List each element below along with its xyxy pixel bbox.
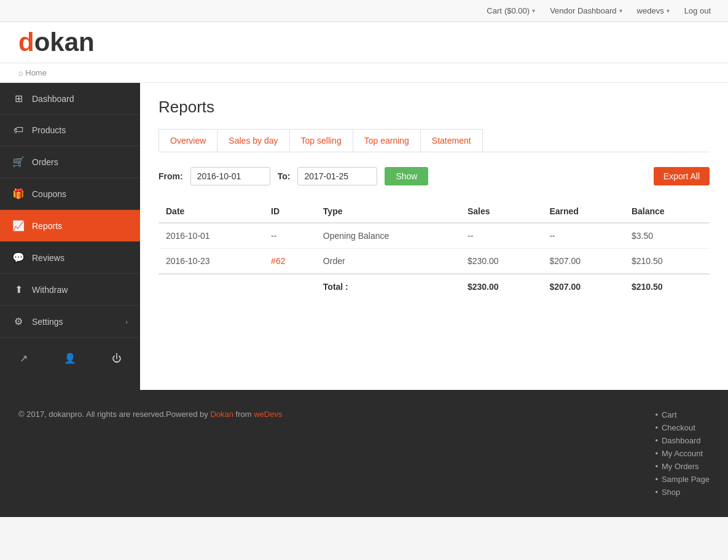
- total-earned: $207.00: [542, 274, 624, 299]
- row2-id: #62: [264, 249, 316, 274]
- col-earned: Earned: [542, 200, 624, 223]
- total-label: Total :: [316, 274, 460, 299]
- products-icon: 🏷: [12, 125, 25, 136]
- tab-overview[interactable]: Overview: [159, 129, 217, 152]
- tab-sales-by-day[interactable]: Sales by day: [217, 129, 289, 152]
- footer-nav-sample-page: Sample Page: [655, 473, 710, 486]
- withdraw-icon: ⬆: [12, 284, 25, 295]
- logo: dokan: [18, 29, 95, 55]
- breadcrumb-home[interactable]: Home: [25, 68, 47, 77]
- to-label: To:: [278, 171, 291, 181]
- vendor-dashboard-label: Vendor Dashboard: [550, 6, 616, 15]
- user-icon: 👤: [64, 352, 76, 364]
- tab-statement[interactable]: Statement: [420, 129, 483, 152]
- user-dropdown[interactable]: wedevs ▾: [632, 4, 675, 18]
- to-date-input[interactable]: [297, 167, 377, 185]
- tabs: Overview Sales by day Top selling Top ea…: [159, 129, 710, 152]
- sidebar-label-products: Products: [32, 125, 128, 135]
- sidebar-label-settings: Settings: [32, 317, 118, 327]
- row1-sales: --: [460, 223, 542, 249]
- home-icon: ⌂: [18, 69, 23, 77]
- total-empty-id: [264, 274, 316, 299]
- wedevs-link[interactable]: weDevs: [254, 410, 282, 419]
- cart-amount: ($0.00): [504, 6, 530, 15]
- header: dokan: [0, 22, 728, 63]
- footer-nav-shop: Shop: [655, 486, 710, 499]
- total-sales: $230.00: [460, 274, 542, 299]
- footer-sample-page-link[interactable]: Sample Page: [662, 475, 710, 484]
- footer-shop-link[interactable]: Shop: [662, 488, 680, 497]
- sidebar-item-withdraw[interactable]: ⬆ Withdraw: [0, 274, 140, 306]
- footer-nav-my-orders: My Orders: [655, 460, 710, 473]
- user-label: wedevs: [637, 6, 664, 15]
- sidebar-item-orders[interactable]: 🛒 Orders: [0, 146, 140, 178]
- footer-nav-cart: Cart: [655, 408, 710, 421]
- show-button[interactable]: Show: [385, 167, 428, 185]
- row2-date: 2016-10-23: [159, 249, 264, 274]
- table-row: 2016-10-23 #62 Order $230.00 $207.00 $21…: [159, 249, 710, 274]
- footer-my-account-link[interactable]: My Account: [662, 449, 703, 458]
- vendor-dashboard-dropdown[interactable]: Vendor Dashboard ▾: [545, 4, 627, 18]
- footer-nav-dashboard: Dashboard: [655, 434, 710, 447]
- col-balance: Balance: [624, 200, 710, 223]
- sidebar: ⊞ Dashboard 🏷 Products 🛒 Orders 🎁 Coupon…: [0, 83, 140, 390]
- from-label: From:: [159, 171, 183, 181]
- footer-dashboard-link[interactable]: Dashboard: [662, 436, 701, 445]
- row2-earned: $207.00: [542, 249, 624, 274]
- sidebar-label-orders: Orders: [32, 157, 128, 167]
- coupons-icon: 🎁: [12, 188, 25, 200]
- sidebar-item-reports[interactable]: 📈 Reports: [0, 210, 140, 242]
- total-row: Total : $230.00 $207.00 $210.50: [159, 274, 710, 299]
- report-table: Date ID Type Sales Earned Balance 2016-1…: [159, 200, 710, 299]
- sidebar-label-reports: Reports: [32, 221, 128, 231]
- sidebar-item-reviews[interactable]: 💬 Reviews: [0, 242, 140, 274]
- export-all-button[interactable]: Export All: [654, 167, 710, 185]
- from-text: from: [233, 410, 254, 419]
- row2-type: Order: [316, 249, 460, 274]
- tab-top-earning[interactable]: Top earning: [353, 129, 421, 152]
- external-link-button[interactable]: ↗: [0, 343, 47, 374]
- footer-cart-link[interactable]: Cart: [662, 410, 677, 419]
- dashboard-icon: ⊞: [12, 93, 25, 104]
- cart-chevron-icon: ▾: [532, 7, 535, 14]
- from-date-input[interactable]: [190, 167, 270, 185]
- user-profile-button[interactable]: 👤: [47, 343, 93, 374]
- reports-icon: 📈: [12, 220, 25, 231]
- copyright-text: © 2017, dokanpro. All rights are reserve…: [18, 410, 210, 419]
- footer-my-orders-link[interactable]: My Orders: [662, 462, 699, 471]
- sidebar-item-coupons[interactable]: 🎁 Coupons: [0, 178, 140, 210]
- sidebar-item-dashboard[interactable]: ⊞ Dashboard: [0, 83, 140, 115]
- sidebar-item-settings[interactable]: ⚙ Settings ›: [0, 306, 140, 338]
- order-link[interactable]: #62: [271, 256, 285, 266]
- col-date: Date: [159, 200, 264, 223]
- power-icon: ⏻: [112, 353, 122, 364]
- total-balance: $210.50: [624, 274, 710, 299]
- reviews-icon: 💬: [12, 252, 25, 263]
- sidebar-item-products[interactable]: 🏷 Products: [0, 115, 140, 146]
- footer-checkout-link[interactable]: Checkout: [662, 423, 695, 432]
- row1-type: Opening Balance: [316, 223, 460, 249]
- logout-button[interactable]: Log out: [679, 4, 716, 18]
- row2-balance: $210.50: [624, 249, 710, 274]
- user-chevron-icon: ▾: [667, 7, 670, 14]
- content-area: Reports Overview Sales by day Top sellin…: [140, 83, 728, 390]
- vendor-chevron-icon: ▾: [619, 7, 622, 14]
- tab-top-selling[interactable]: Top selling: [289, 129, 353, 152]
- cart-label: Cart: [487, 6, 502, 15]
- settings-icon: ⚙: [12, 316, 25, 327]
- orders-icon: 🛒: [12, 156, 25, 168]
- table-row: 2016-10-01 -- Opening Balance -- -- $3.5…: [159, 223, 710, 249]
- col-sales: Sales: [460, 200, 542, 223]
- filter-row: From: To: Show Export All: [159, 167, 710, 185]
- dokan-link[interactable]: Dokan: [210, 410, 233, 419]
- main-layout: ⊞ Dashboard 🏷 Products 🛒 Orders 🎁 Coupon…: [0, 83, 728, 390]
- footer-copyright: © 2017, dokanpro. All rights are reserve…: [18, 408, 282, 421]
- power-button[interactable]: ⏻: [93, 343, 140, 374]
- col-type: Type: [316, 200, 460, 223]
- page-title: Reports: [159, 98, 710, 117]
- col-id: ID: [264, 200, 316, 223]
- sidebar-bottom: ↗ 👤 ⏻: [0, 343, 140, 374]
- cart-dropdown[interactable]: Cart ($0.00) ▾: [482, 4, 540, 18]
- row2-sales: $230.00: [460, 249, 542, 274]
- topbar: Cart ($0.00) ▾ Vendor Dashboard ▾ wedevs…: [0, 0, 728, 22]
